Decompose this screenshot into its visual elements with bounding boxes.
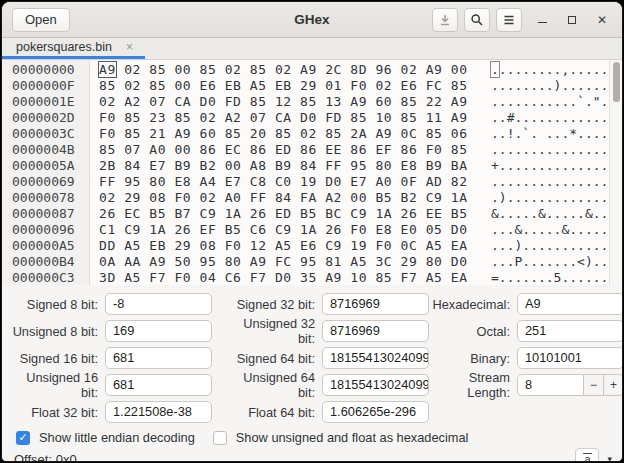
scrollbar-thumb[interactable]	[613, 62, 620, 102]
field-value-input[interactable]: 8716969	[322, 320, 429, 342]
field-value-input[interactable]: -8	[105, 293, 212, 315]
stream-length-stepper: 8−+	[517, 374, 623, 396]
field-value-input[interactable]: 181554130240996	[322, 347, 429, 369]
open-button[interactable]: Open	[12, 8, 70, 32]
hex-row[interactable]: 0A AA A9 50 95 80 A9 FC 95 81 A5 3C 29 8…	[99, 254, 483, 270]
offset-value: 0000001E	[12, 94, 89, 110]
field-label: Signed 16 bit:	[8, 351, 105, 366]
ascii-cursor[interactable]: .	[491, 62, 499, 77]
maximize-icon	[568, 16, 576, 24]
conversion-field: Unsigned 64 bit:181554130240996	[226, 374, 429, 396]
conversion-field: Signed 8 bit:-8	[8, 293, 212, 315]
tab-label: pokersquares.bin	[16, 40, 112, 54]
offset-value: 0000003C	[12, 126, 89, 142]
conversion-field: Unsigned 16 bit:681	[8, 374, 212, 396]
insert-mode-button[interactable]: a	[575, 448, 599, 462]
field-value-input[interactable]: 8716969	[322, 293, 429, 315]
hex-display-label[interactable]: Show unsigned and float as hexadecimal	[236, 430, 469, 445]
little-endian-checkbox[interactable]: ✓	[16, 431, 30, 445]
hex-row[interactable]: 2B 84 E7 B9 B2 00 A8 B9 84 FF 95 80 E8 B…	[99, 158, 483, 174]
save-button[interactable]	[432, 8, 458, 32]
field-label: Octal:	[429, 324, 517, 339]
ascii-row[interactable]: ...............	[491, 142, 609, 158]
save-icon	[438, 13, 452, 27]
hex-cursor[interactable]: A9	[99, 62, 116, 77]
field-value-input[interactable]: 681	[105, 374, 212, 396]
menu-button[interactable]	[496, 8, 522, 32]
ascii-row[interactable]: ...............	[491, 174, 609, 190]
search-button[interactable]	[464, 8, 490, 32]
hex-column[interactable]: A9 02 85 00 85 02 85 02 A9 2C 8D 96 02 A…	[90, 60, 483, 285]
ascii-row[interactable]: =.......5......	[491, 270, 609, 286]
hex-row[interactable]: A9 02 85 00 85 02 85 02 A9 2C 8D 96 02 A…	[99, 62, 483, 78]
hex-row[interactable]: FF 95 80 E8 A4 E7 C8 C0 19 D0 E7 A0 0F A…	[99, 174, 483, 190]
ascii-row[interactable]: ...P.......<)..	[491, 254, 609, 270]
hamburger-menu-icon	[503, 14, 515, 26]
hex-row[interactable]: C1 C9 1A 26 EF B5 C6 C9 1A 26 F0 E8 E0 0…	[99, 222, 483, 238]
hex-row[interactable]: 85 02 85 00 E6 EB A5 EB 29 01 F0 02 E6 F…	[99, 78, 483, 94]
field-label: Float 32 bit:	[8, 405, 105, 420]
conversion-field: Octal:251	[429, 320, 623, 342]
search-icon	[470, 13, 484, 27]
field-value-input[interactable]: 251	[517, 320, 623, 342]
hex-row[interactable]: 85 07 A0 00 86 EC 86 ED 86 EE 86 EF 86 F…	[99, 142, 483, 158]
offset-value: 00000078	[12, 190, 89, 206]
offset-value: 00000096	[12, 222, 89, 238]
conversion-field: Float 32 bit:1.221508e-38	[8, 401, 212, 423]
stream-length-field: Stream Length:8−+	[429, 374, 623, 396]
ascii-row[interactable]: ..!.`. ...*....	[491, 126, 609, 142]
field-value-input[interactable]: 1.606265e-296	[322, 401, 429, 423]
field-label: Signed 32 bit:	[226, 297, 322, 312]
field-value-input[interactable]: 681	[105, 347, 212, 369]
conversions-column-2: Signed 32 bit:8716969Unsigned 32 bit:871…	[226, 293, 429, 423]
maximize-button[interactable]	[562, 10, 582, 30]
hex-row[interactable]: DD A5 EB 29 08 F0 12 A5 E6 C9 19 F0 0C A…	[99, 238, 483, 254]
ascii-row[interactable]: &.....&.....&..	[491, 206, 609, 222]
hex-display-checkbox[interactable]	[213, 431, 227, 445]
titlebar: Open GHex	[2, 2, 622, 38]
offset-value: 00000000	[12, 62, 89, 78]
ascii-row[interactable]: .........,.....	[491, 62, 609, 78]
stepper-minus-button[interactable]: −	[584, 374, 604, 396]
chevron-down-icon[interactable]: ▾	[607, 454, 612, 462]
field-label: Hexadecimal:	[429, 297, 517, 312]
conversions-panel: Signed 8 bit:-8Unsigned 8 bit:169Signed …	[2, 285, 622, 423]
offset-value: 00000069	[12, 174, 89, 190]
ascii-row[interactable]: ........)......	[491, 78, 609, 94]
scrollbar[interactable]	[609, 60, 622, 285]
close-icon: ✕	[597, 13, 607, 27]
field-label: Signed 8 bit:	[8, 297, 105, 312]
field-value-input[interactable]: 1.221508e-38	[105, 401, 212, 423]
ascii-row[interactable]: ...)...........	[491, 238, 609, 254]
hex-row[interactable]: 02 A2 07 CA D0 FD 85 12 85 13 A9 60 85 2…	[99, 94, 483, 110]
field-label: Unsigned 32 bit:	[226, 316, 322, 346]
hex-row[interactable]: 02 29 08 F0 02 A0 FF 84 FA A2 00 B5 B2 C…	[99, 190, 483, 206]
stepper-plus-button[interactable]: +	[604, 374, 623, 396]
stream-length-input[interactable]: 8	[517, 374, 584, 396]
ascii-row[interactable]: ...........`.".	[491, 94, 609, 110]
hex-row[interactable]: 3D A5 F7 F0 04 C6 F7 D0 35 A9 10 85 F7 A…	[99, 270, 483, 286]
hex-row[interactable]: F0 85 23 85 02 A2 07 CA D0 FD 85 10 85 1…	[99, 110, 483, 126]
conversions-column-3: Hexadecimal:A9Octal:251Binary:10101001St…	[429, 293, 623, 423]
field-value-input[interactable]: 169	[105, 320, 212, 342]
hex-row[interactable]: F0 85 21 A9 60 85 20 85 02 85 2A A9 0C 8…	[99, 126, 483, 142]
field-value-input[interactable]: 181554130240996	[322, 374, 429, 396]
minimize-button[interactable]	[532, 10, 552, 30]
tab-bar: pokersquares.bin ×	[2, 38, 622, 60]
ascii-row[interactable]: ...&.....&.....	[491, 222, 609, 238]
ascii-row[interactable]: +..............	[491, 158, 609, 174]
little-endian-label[interactable]: Show little endian decoding	[39, 430, 195, 445]
field-label: Binary:	[429, 351, 517, 366]
close-button[interactable]: ✕	[592, 10, 612, 30]
tab-pokersquares[interactable]: pokersquares.bin ×	[2, 38, 145, 59]
ascii-row[interactable]: .).............	[491, 190, 609, 206]
conversions-column-1: Signed 8 bit:-8Unsigned 8 bit:169Signed …	[8, 293, 212, 423]
hex-row[interactable]: 26 EC B5 B7 C9 1A 26 ED B5 BC C9 1A 26 E…	[99, 206, 483, 222]
field-value-input[interactable]: 10101001	[517, 347, 623, 369]
field-value-input[interactable]: A9	[517, 293, 623, 315]
ascii-row[interactable]: ..#............	[491, 110, 609, 126]
options-row: ✓ Show little endian decoding Show unsig…	[2, 423, 622, 445]
tab-close-icon[interactable]: ×	[126, 41, 133, 53]
ascii-column[interactable]: .........,.............)................…	[483, 60, 609, 285]
offset-value: 0000004B	[12, 142, 89, 158]
